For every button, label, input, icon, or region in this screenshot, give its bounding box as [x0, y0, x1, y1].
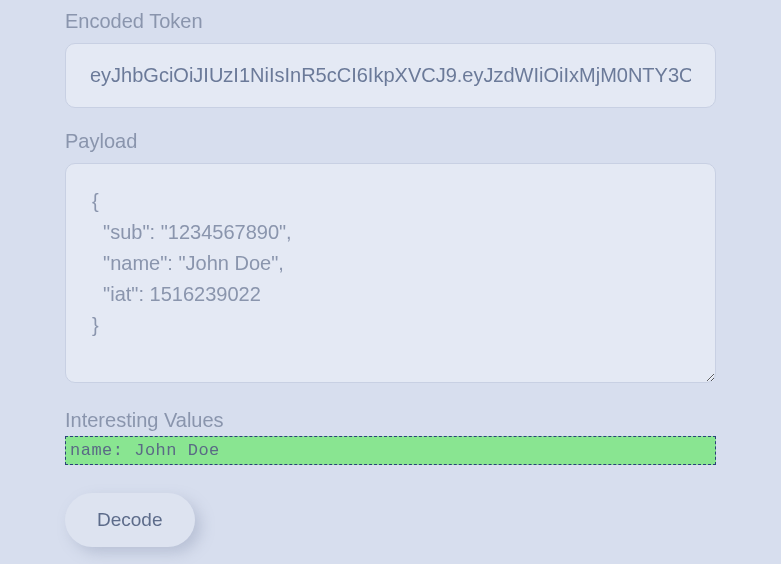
- payload-label: Payload: [65, 130, 716, 153]
- encoded-token-label: Encoded Token: [65, 10, 716, 33]
- encoded-token-input[interactable]: [65, 43, 716, 108]
- payload-group: Payload: [65, 130, 716, 387]
- interesting-values-group: Interesting Values name: John Doe: [65, 409, 716, 465]
- interesting-values-label: Interesting Values: [65, 409, 716, 432]
- payload-textarea[interactable]: [65, 163, 716, 383]
- encoded-token-group: Encoded Token: [65, 10, 716, 108]
- decode-button[interactable]: Decode: [65, 493, 195, 547]
- interesting-values-content: name: John Doe: [65, 436, 716, 465]
